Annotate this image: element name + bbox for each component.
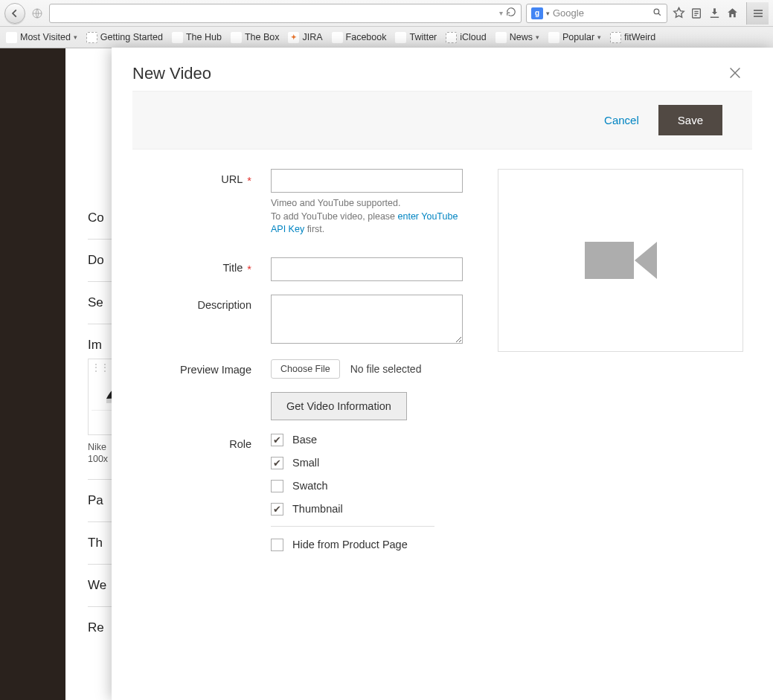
bookmark-item[interactable]: fitWeird [610,32,655,43]
favicon-icon: b [231,32,242,43]
divider [271,526,434,527]
home-icon[interactable] [725,7,739,20]
hamburger-menu-icon[interactable] [746,2,769,25]
download-icon[interactable] [708,7,721,20]
favicon-icon: f [332,32,343,43]
form-row-get-info: Get Video Information [132,392,478,420]
bookmark-label: Getting Started [100,32,163,42]
search-placeholder: Google [553,7,649,19]
favicon-icon [86,32,97,43]
label-role: Role [132,434,271,562]
modal-action-bar: Cancel Save [132,91,752,150]
bookmark-label: The Hub [186,32,222,42]
list-icon[interactable] [690,7,703,20]
favicon-icon: ◉ [6,32,17,43]
label-description: Description [132,295,271,346]
url-input[interactable] [271,169,463,193]
modal-form: URL* Vimeo and YouTube supported. To add… [112,150,773,605]
checkbox[interactable]: ✔ [271,457,283,469]
video-preview-box [498,169,743,352]
cancel-button[interactable]: Cancel [604,114,639,126]
video-placeholder-icon [585,242,657,279]
label-preview-image: Preview Image [132,359,271,379]
bookmark-label: JIRA [302,32,322,42]
form-row-description: Description [132,295,478,346]
role-label: Base [292,434,317,446]
hide-label: Hide from Product Page [292,539,408,550]
bookmark-label: Twitter [409,32,437,42]
role-label: Swatch [292,480,328,492]
close-icon[interactable] [727,65,743,83]
dropdown-caret-icon[interactable]: ▾ [499,9,503,17]
bookmark-item[interactable]: ▣Popular▾ [548,32,601,43]
chevron-down-icon: ▾ [597,33,601,41]
search-bar[interactable]: g ▾ Google [526,4,667,23]
favicon-icon: ✦ [288,32,299,43]
bookmark-item[interactable]: fFacebook [332,32,387,43]
bookmark-label: Most Visited [20,32,71,42]
role-option[interactable]: ✔Small [271,457,478,469]
favicon-icon: ▣ [495,32,507,43]
section-label: Im [88,338,102,352]
favicon-icon: ✦ [395,32,406,43]
form-row-preview-image: Preview Image Choose File No file select… [132,359,478,379]
chevron-down-icon: ▾ [536,33,539,41]
admin-sidebar [0,48,65,700]
role-option[interactable]: Swatch [271,480,478,492]
url-bar[interactable]: ▾ [49,4,522,23]
bookmark-label: Facebook [346,32,387,42]
bookmark-item[interactable]: iCloud [446,32,486,43]
globe-icon [30,3,45,24]
get-video-info-button[interactable]: Get Video Information [271,392,407,420]
browser-chrome: ▾ g ▾ Google ◉Most Visited▾Gett [0,0,773,48]
back-button[interactable] [4,3,25,24]
role-option[interactable]: ✔Base [271,434,478,446]
search-icon[interactable] [652,7,662,19]
bookmark-item[interactable]: bThe Box [231,32,280,43]
bookmark-label: fitWeird [624,32,655,42]
search-caret-icon[interactable]: ▾ [546,10,550,17]
bookmark-item[interactable]: ✦JIRA [288,32,322,43]
form-row-role: Role ✔Base✔SmallSwatch✔ThumbnailHide fro… [132,434,478,562]
title-input[interactable] [271,257,463,281]
svg-point-1 [654,9,659,14]
label-url: URL* [132,169,271,237]
modal-header: New Video [112,48,773,91]
checkbox[interactable] [271,480,283,492]
new-video-modal: New Video Cancel Save URL* Vimeo and You… [112,48,773,700]
modal-title: New Video [132,64,211,83]
favicon-icon: ⬡ [172,32,183,43]
bookmarks-bar: ◉Most Visited▾Getting Started⬡The HubbTh… [0,27,773,48]
google-icon: g [531,7,543,19]
form-row-url: URL* Vimeo and YouTube supported. To add… [132,169,478,237]
bookmark-label: The Box [245,32,280,42]
checkbox[interactable]: ✔ [271,434,283,446]
bookmark-item[interactable]: ✦Twitter [395,32,437,43]
url-help-text: Vimeo and YouTube supported. To add YouT… [271,197,463,237]
bookmark-label: Popular [562,32,594,42]
star-icon[interactable] [672,7,685,20]
role-label: Small [292,457,319,469]
checkbox[interactable]: ✔ [271,503,283,516]
bookmark-item[interactable]: ◉Most Visited▾ [6,32,77,43]
form-row-title: Title* [132,257,478,281]
bookmark-item[interactable]: ▣News▾ [495,32,539,43]
reload-icon[interactable] [506,7,516,19]
favicon-icon: ▣ [548,32,559,43]
bookmark-item[interactable]: ⬡The Hub [172,32,222,43]
favicon-icon [610,32,621,43]
bookmark-item[interactable]: Getting Started [86,32,163,43]
chevron-down-icon: ▾ [74,33,77,41]
checkbox[interactable] [271,539,283,551]
label-title: Title* [132,257,271,281]
nav-row: ▾ g ▾ Google [0,0,773,27]
save-button[interactable]: Save [658,105,722,135]
description-input[interactable] [271,295,463,344]
bookmark-label: iCloud [460,32,486,42]
role-label: Thumbnail [292,503,343,515]
choose-file-button[interactable]: Choose File [271,359,340,379]
hide-from-product-page[interactable]: Hide from Product Page [271,539,478,551]
favicon-icon [446,32,457,43]
no-file-text: No file selected [350,363,422,375]
role-option[interactable]: ✔Thumbnail [271,503,478,516]
